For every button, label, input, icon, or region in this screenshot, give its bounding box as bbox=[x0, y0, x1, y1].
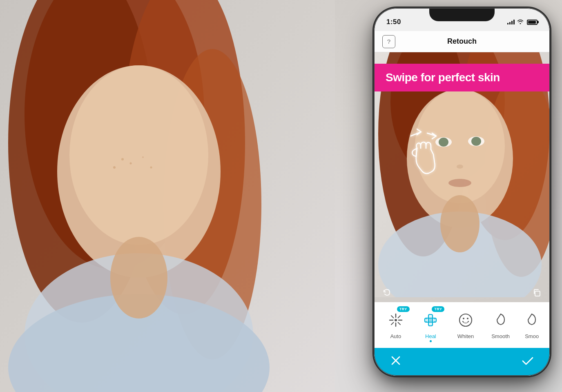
battery-icon bbox=[527, 20, 537, 25]
extra-icon-wrap bbox=[521, 310, 542, 331]
heal-active-dot bbox=[430, 340, 432, 342]
svg-point-6 bbox=[69, 65, 208, 245]
whiten-icon bbox=[458, 312, 473, 328]
svg-line-38 bbox=[391, 323, 394, 325]
svg-point-45 bbox=[426, 318, 427, 320]
svg-point-48 bbox=[434, 321, 435, 322]
phone-frame: 1:50 bbox=[374, 8, 550, 376]
smooth-icon-wrap bbox=[490, 310, 511, 331]
whiten-label: Whiten bbox=[457, 333, 474, 339]
gesture-overlay bbox=[399, 126, 448, 183]
status-icons bbox=[507, 19, 537, 25]
confirm-icon bbox=[522, 356, 533, 365]
auto-try-badge: TRY bbox=[397, 306, 410, 312]
tool-auto[interactable]: TRY bbox=[381, 310, 410, 339]
whiten-icon-wrap bbox=[455, 310, 476, 331]
swipe-gesture-icon bbox=[399, 126, 448, 183]
svg-point-46 bbox=[426, 321, 427, 322]
svg-rect-30 bbox=[535, 291, 540, 296]
undo-icon bbox=[382, 288, 391, 297]
svg-line-36 bbox=[398, 323, 400, 325]
copy-button[interactable] bbox=[531, 286, 544, 299]
svg-point-49 bbox=[459, 314, 472, 326]
svg-point-14 bbox=[110, 237, 167, 318]
svg-rect-44 bbox=[428, 318, 433, 322]
screen-title: Retouch bbox=[447, 37, 477, 46]
toolbar: TRY bbox=[374, 302, 550, 376]
help-button[interactable]: ? bbox=[382, 35, 395, 48]
phone-mockup: 1:50 bbox=[374, 8, 550, 376]
heal-label: Heal bbox=[425, 333, 436, 339]
svg-point-9 bbox=[142, 156, 144, 158]
svg-point-7 bbox=[121, 158, 124, 160]
phone-notch bbox=[429, 8, 495, 21]
auto-icon-wrap: TRY bbox=[385, 310, 406, 331]
tool-smooth[interactable]: Smooth bbox=[486, 310, 515, 339]
cancel-button[interactable] bbox=[390, 355, 401, 369]
svg-line-37 bbox=[398, 316, 400, 318]
cancel-icon bbox=[390, 355, 401, 366]
svg-line-35 bbox=[391, 316, 394, 318]
svg-point-51 bbox=[467, 318, 468, 319]
tool-extra[interactable]: Smoo bbox=[521, 310, 542, 339]
tool-heal[interactable]: TRY bbox=[416, 310, 445, 342]
extra-label: Smoo bbox=[525, 333, 539, 339]
heal-icon-wrap: TRY bbox=[420, 310, 441, 331]
swipe-banner: Swipe for perfect skin bbox=[374, 64, 550, 91]
svg-point-39 bbox=[395, 319, 397, 321]
photo-controls bbox=[380, 286, 544, 299]
status-time: 1:50 bbox=[386, 18, 401, 26]
extra-icon bbox=[524, 312, 540, 328]
heal-try-badge: TRY bbox=[432, 306, 444, 312]
smooth-label: Smooth bbox=[491, 333, 510, 339]
svg-point-11 bbox=[150, 167, 152, 169]
swipe-text: Swipe for perfect skin bbox=[386, 71, 500, 84]
photo-area: Swipe for perfect skin bbox=[374, 52, 550, 302]
svg-point-27 bbox=[448, 179, 471, 187]
heal-icon bbox=[423, 312, 438, 328]
svg-point-8 bbox=[130, 163, 132, 165]
svg-point-25 bbox=[471, 137, 481, 146]
tool-whiten[interactable]: Whiten bbox=[451, 310, 480, 339]
wifi-icon bbox=[517, 19, 524, 25]
signal-icon bbox=[507, 20, 515, 24]
svg-point-47 bbox=[434, 318, 435, 320]
svg-point-26 bbox=[457, 165, 463, 169]
navigation-bar: ? Retouch bbox=[374, 31, 550, 52]
smooth-icon bbox=[493, 312, 508, 328]
phone-screen: 1:50 bbox=[374, 8, 550, 376]
svg-point-50 bbox=[463, 318, 464, 319]
auto-label: Auto bbox=[390, 333, 401, 339]
tools-row: TRY bbox=[374, 302, 550, 346]
auto-icon bbox=[388, 312, 404, 328]
svg-point-10 bbox=[113, 166, 116, 169]
copy-icon bbox=[533, 288, 542, 297]
svg-point-29 bbox=[440, 195, 479, 252]
undo-button[interactable] bbox=[380, 286, 393, 299]
action-bar bbox=[374, 348, 550, 376]
confirm-button[interactable] bbox=[522, 356, 533, 368]
